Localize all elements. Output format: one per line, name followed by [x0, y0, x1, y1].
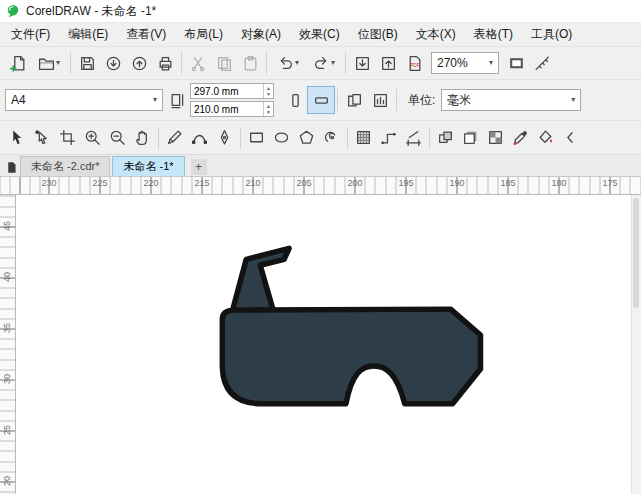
- menu-edit[interactable]: 编辑(E): [59, 23, 117, 46]
- transparency-tool[interactable]: [483, 125, 508, 150]
- tab-untitled-2[interactable]: 未命名 -2.cdr*: [20, 156, 110, 176]
- cloud-open-button[interactable]: [100, 50, 126, 76]
- separator: [266, 52, 267, 74]
- vertical-scrollbar[interactable]: [631, 195, 641, 494]
- spinner-icon[interactable]: ▲ ▼: [263, 84, 273, 98]
- units-combobox[interactable]: 毫米 ▾: [441, 89, 581, 111]
- page-width-input[interactable]: [191, 86, 263, 97]
- drop-shadow-tool[interactable]: [458, 125, 483, 150]
- customize-button[interactable]: [529, 50, 555, 76]
- connector-tool[interactable]: [376, 125, 401, 150]
- interactive-fill-tool[interactable]: [433, 125, 458, 150]
- zoom-out-icon: [109, 129, 126, 146]
- document-tab-bar: 未命名 -2.cdr* 未命名 -1* +: [0, 154, 641, 177]
- horizontal-ruler[interactable]: 230 225 220 215 210 205 200 195 190 185 …: [0, 177, 641, 195]
- separator: [70, 52, 71, 74]
- spin-down-icon[interactable]: ▼: [266, 109, 271, 115]
- graph-paper-tool[interactable]: [351, 125, 376, 150]
- bezier-tool[interactable]: [187, 125, 212, 150]
- separator: [345, 52, 346, 74]
- ruler-tick-label: 215: [194, 178, 209, 188]
- menu-file[interactable]: 文件(F): [2, 23, 59, 46]
- shape-tool[interactable]: [30, 125, 55, 150]
- eyedropper-tool[interactable]: [508, 125, 533, 150]
- ruler-tick-label: 220: [143, 178, 158, 188]
- vertical-ruler[interactable]: 45 40 35 30 25 20: [0, 195, 16, 494]
- zoom-out-tool[interactable]: [105, 125, 130, 150]
- zoom-in-tool[interactable]: [80, 125, 105, 150]
- units-value: 毫米: [447, 92, 471, 109]
- cloud-save-button[interactable]: [126, 50, 152, 76]
- menu-object[interactable]: 对象(A): [232, 23, 290, 46]
- ruler-tick-label: 40: [2, 268, 12, 286]
- page-width-field[interactable]: ▲ ▼: [190, 83, 274, 99]
- menu-bitmaps[interactable]: 位图(B): [349, 23, 407, 46]
- menu-table[interactable]: 表格(T): [465, 23, 522, 46]
- save-button[interactable]: [74, 50, 100, 76]
- ruler-tick-label: 200: [347, 178, 362, 188]
- page-size-preset-combobox[interactable]: A4 ▾: [5, 89, 163, 111]
- zoom-level-combobox[interactable]: 270% ▾: [431, 52, 499, 74]
- fullscreen-preview-button[interactable]: [503, 50, 529, 76]
- separator: [240, 127, 241, 149]
- glasses-body[interactable]: [222, 309, 480, 404]
- open-button[interactable]: ▾: [31, 50, 67, 76]
- polygon-tool[interactable]: [294, 125, 319, 150]
- landscape-orientation-button[interactable]: [308, 87, 334, 113]
- pdf-label: PDF: [410, 63, 419, 68]
- ruler-tick-label: 25: [2, 421, 12, 439]
- smart-fill-tool[interactable]: [533, 125, 558, 150]
- fill-squares-icon: [437, 129, 454, 146]
- chevron-down-icon: ▾: [489, 59, 493, 67]
- menu-tools[interactable]: 工具(O): [522, 23, 581, 46]
- current-page-button[interactable]: [367, 87, 393, 113]
- more-tools-button[interactable]: [558, 125, 583, 150]
- page-height-field[interactable]: ▲ ▼: [190, 101, 274, 117]
- menu-text[interactable]: 文本(X): [407, 23, 465, 46]
- rectangle-tool[interactable]: [244, 125, 269, 150]
- export-button[interactable]: [375, 50, 401, 76]
- new-tab-button[interactable]: +: [191, 159, 207, 175]
- page-size-preset-value: A4: [11, 93, 26, 107]
- tab-untitled-1[interactable]: 未命名 -1*: [112, 156, 184, 176]
- pen-tool[interactable]: [212, 125, 237, 150]
- menu-bar: 文件(F) 编辑(E) 查看(V) 布局(L) 对象(A) 效果(C) 位图(B…: [0, 23, 641, 46]
- ruler-tick-label: 210: [245, 178, 260, 188]
- spin-down-icon[interactable]: ▼: [266, 91, 271, 97]
- ruler-tick-label: 195: [398, 178, 413, 188]
- print-button[interactable]: [152, 50, 178, 76]
- redo-button[interactable]: ▾: [306, 50, 342, 76]
- menu-layout[interactable]: 布局(L): [175, 23, 232, 46]
- ruler-tick-label: 185: [500, 178, 515, 188]
- menu-view[interactable]: 查看(V): [117, 23, 175, 46]
- dimension-icon: [405, 129, 422, 146]
- pencil-icon: [166, 129, 183, 146]
- scrollbar-thumb[interactable]: [633, 198, 639, 308]
- glasses-group[interactable]: [222, 248, 480, 403]
- ruler-tick-label: 205: [296, 178, 311, 188]
- glasses-temple-arm[interactable]: [232, 248, 289, 311]
- import-button[interactable]: [349, 50, 375, 76]
- pan-tool[interactable]: [130, 125, 155, 150]
- new-document-button[interactable]: [5, 50, 31, 76]
- pick-tool[interactable]: [5, 125, 30, 150]
- export-icon: [380, 55, 397, 72]
- pdf-icon: PDF: [406, 55, 423, 72]
- page-height-input[interactable]: [191, 104, 263, 115]
- portrait-orientation-button[interactable]: [282, 87, 308, 113]
- menu-effects[interactable]: 效果(C): [290, 23, 349, 46]
- connector-icon: [380, 129, 397, 146]
- document-menu-button[interactable]: [2, 158, 20, 176]
- spinner-icon[interactable]: ▲ ▼: [263, 102, 273, 116]
- dimension-tool[interactable]: [401, 125, 426, 150]
- ellipse-tool[interactable]: [269, 125, 294, 150]
- all-pages-button[interactable]: [341, 87, 367, 113]
- publish-pdf-button[interactable]: PDF: [401, 50, 427, 76]
- spiral-tool[interactable]: [319, 125, 344, 150]
- copy-icon: [216, 55, 233, 72]
- crop-tool[interactable]: [55, 125, 80, 150]
- canvas[interactable]: [16, 195, 631, 494]
- undo-button[interactable]: ▾: [270, 50, 306, 76]
- ruler-tick-label: 230: [41, 178, 56, 188]
- freehand-tool[interactable]: [162, 125, 187, 150]
